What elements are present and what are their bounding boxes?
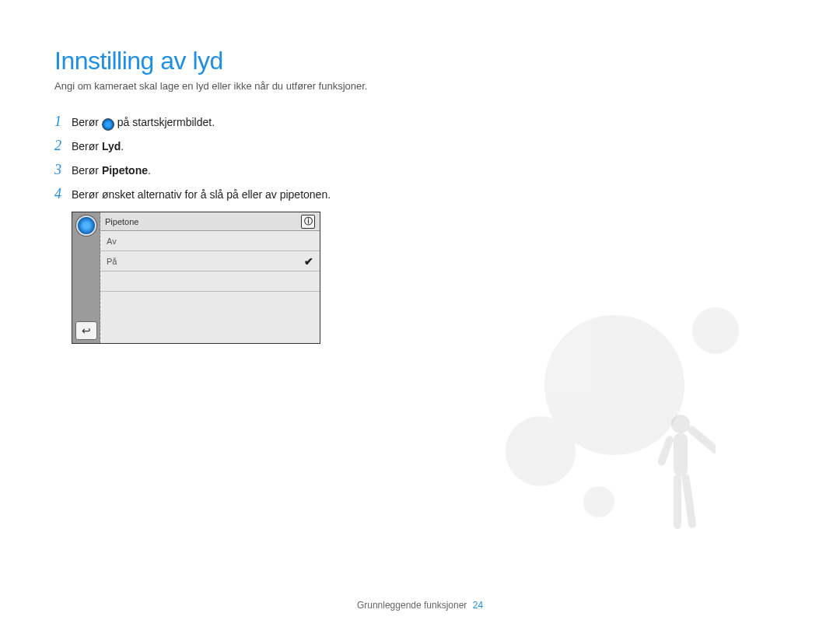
- step-3: 3 Berør Pipetone.: [54, 162, 786, 178]
- device-sidebar: ↩: [72, 212, 100, 343]
- option-empty: [100, 271, 320, 292]
- step-post: .: [121, 140, 124, 152]
- step-2: 2 Berør Lyd.: [54, 138, 786, 154]
- svg-rect-4: [674, 475, 681, 529]
- info-button[interactable]: ⓘ: [301, 215, 315, 229]
- step-pre: Berør: [72, 164, 102, 177]
- device-content: Pipetone ⓘ Av På ✔: [100, 212, 320, 343]
- step-1: 1 Berør på startskjermbildet.: [54, 114, 786, 130]
- footer-section: Grunnleggende funksjoner: [357, 600, 467, 611]
- step-number: 4: [54, 186, 72, 202]
- option-label: På: [107, 257, 117, 266]
- svg-rect-3: [656, 435, 674, 467]
- step-pre: Berør ønsket alternativ for å slå på ell…: [72, 188, 331, 201]
- svg-rect-2: [686, 424, 716, 455]
- info-icon: ⓘ: [304, 215, 313, 227]
- step-pre: Berør: [72, 116, 102, 128]
- step-text: Berør ønsket alternativ for å slå på ell…: [72, 188, 331, 201]
- step-number: 2: [54, 138, 72, 154]
- step-post: på startskjermbildet.: [117, 116, 215, 128]
- step-text: Berør Lyd.: [72, 140, 124, 152]
- back-button[interactable]: ↩: [75, 321, 97, 340]
- step-bold: Pipetone: [102, 164, 148, 177]
- step-text: Berør på startskjermbildet.: [72, 116, 215, 129]
- page-title: Innstilling av lyd: [54, 47, 786, 75]
- step-pre: Berør: [72, 140, 102, 152]
- step-number: 3: [54, 162, 72, 178]
- svg-rect-1: [674, 433, 688, 476]
- svg-point-0: [671, 415, 690, 433]
- back-arrow-icon: ↩: [82, 324, 91, 337]
- step-text: Berør Pipetone.: [72, 164, 151, 177]
- device-header: Pipetone ⓘ: [100, 212, 320, 231]
- step-list: 1 Berør på startskjermbildet. 2 Berør Ly…: [54, 114, 786, 202]
- option-label: Av: [107, 236, 117, 246]
- option-av[interactable]: Av: [100, 231, 320, 251]
- page-footer: Grunnleggende funksjoner 24: [0, 600, 840, 611]
- checkmark-icon: ✔: [304, 255, 313, 268]
- svg-rect-5: [681, 474, 697, 529]
- decorative-person-icon: [646, 408, 716, 564]
- step-bold: Lyd: [102, 140, 121, 152]
- page-subtitle: Angi om kameraet skal lage en lyd eller …: [54, 80, 786, 92]
- footer-page-number: 24: [473, 600, 483, 611]
- gear-icon: [102, 118, 114, 131]
- step-post: .: [148, 164, 151, 177]
- device-screenshot: ↩ Pipetone ⓘ Av På ✔: [72, 212, 320, 344]
- device-header-title: Pipetone: [105, 217, 138, 226]
- option-pa[interactable]: På ✔: [100, 251, 320, 271]
- decorative-circles: [513, 307, 793, 572]
- step-4: 4 Berør ønsket alternativ for å slå på e…: [54, 186, 786, 202]
- step-number: 1: [54, 114, 72, 130]
- settings-gear-icon[interactable]: [76, 215, 96, 236]
